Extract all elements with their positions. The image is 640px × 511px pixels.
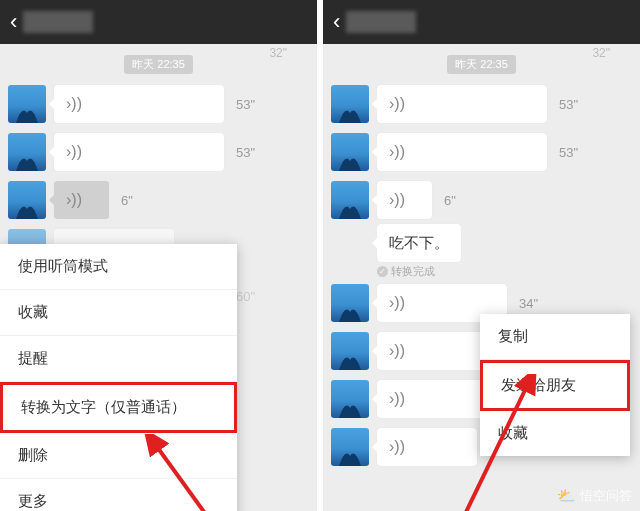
voice-duration: 34" [519,296,538,311]
text-context-menu: 复制 发送给朋友 收藏 [480,314,630,456]
voice-icon: ›)) [389,438,405,456]
phone-right: ‹ 32" 昨天 22:35 ›)) 53" ›)) 53" ›)) 6" [323,0,640,511]
avatar[interactable] [331,332,369,370]
voice-duration: 60" [236,289,255,304]
voice-msg[interactable]: ›)) 53" [323,80,640,128]
avatar[interactable] [331,284,369,322]
voice-duration: 53" [236,145,255,160]
timestamp: 昨天 22:35 [124,55,193,74]
convert-status: 转换完成 [377,264,640,279]
menu-delete[interactable]: 删除 [0,433,237,479]
menu-send-to-friend[interactable]: 发送给朋友 [480,360,630,411]
menu-favorite[interactable]: 收藏 [0,290,237,336]
converted-text-bubble[interactable]: 吃不下。 [377,224,461,262]
phone-left: ‹ 32" 昨天 22:35 ›)) 53" ›)) 53" ›)) 6" [0,0,317,511]
voice-bubble[interactable]: ›)) [377,181,432,219]
voice-icon: ›)) [389,143,405,161]
voice-icon: ›)) [66,143,82,161]
voice-bubble[interactable]: ›)) [377,85,547,123]
watermark-text: 悟空问答 [580,487,632,505]
voice-icon: ›)) [389,191,405,209]
voice-icon: ›)) [389,294,405,312]
prev-duration: 32" [269,46,287,60]
voice-bubble[interactable]: ›)) [54,85,224,123]
avatar[interactable] [8,181,46,219]
header-avatar-blur [23,11,93,33]
avatar[interactable] [331,85,369,123]
screenshot-pair: ‹ 32" 昨天 22:35 ›)) 53" ›)) 53" ›)) 6" [0,0,640,511]
avatar[interactable] [8,85,46,123]
prev-duration: 32" [592,46,610,60]
voice-bubble[interactable]: ›)) [377,133,547,171]
voice-bubble[interactable]: ›)) [54,133,224,171]
chat-header: ‹ [0,0,317,44]
watermark: ⛅ 悟空问答 [557,487,632,505]
chat-body-left: 32" 昨天 22:35 ›)) 53" ›)) 53" ›)) 6" [0,44,317,511]
menu-convert-to-text[interactable]: 转换为文字（仅普通话） [0,382,237,433]
back-icon[interactable]: ‹ [333,9,340,35]
avatar[interactable] [331,181,369,219]
avatar[interactable] [331,380,369,418]
voice-icon: ›)) [66,95,82,113]
voice-icon: ›)) [389,95,405,113]
voice-bubble-selected[interactable]: ›)) [54,181,109,219]
voice-duration: 6" [444,193,456,208]
converted-text-row: 吃不下。 [323,224,640,262]
menu-more[interactable]: 更多 [0,479,237,511]
voice-bubble[interactable]: ›)) [377,428,477,466]
avatar[interactable] [331,133,369,171]
voice-duration: 6" [121,193,133,208]
timestamp: 昨天 22:35 [447,55,516,74]
voice-msg[interactable]: ›)) 6" [323,176,640,224]
voice-duration: 53" [559,97,578,112]
voice-duration: 53" [559,145,578,160]
watermark-icon: ⛅ [557,487,576,505]
avatar[interactable] [8,133,46,171]
back-icon[interactable]: ‹ [10,9,17,35]
voice-duration: 53" [236,97,255,112]
voice-msg-selected[interactable]: ›)) 6" [0,176,317,224]
menu-favorite[interactable]: 收藏 [480,411,630,456]
menu-remind[interactable]: 提醒 [0,336,237,382]
voice-icon: ›)) [389,390,405,408]
menu-earpiece-mode[interactable]: 使用听筒模式 [0,244,237,290]
avatar[interactable] [331,428,369,466]
menu-copy[interactable]: 复制 [480,314,630,360]
voice-context-menu: 使用听筒模式 收藏 提醒 转换为文字（仅普通话） 删除 更多 [0,244,237,511]
voice-msg[interactable]: ›)) 53" [0,128,317,176]
chat-body-right: 32" 昨天 22:35 ›)) 53" ›)) 53" ›)) 6" [323,44,640,511]
header-avatar-blur [346,11,416,33]
voice-msg[interactable]: ›)) 53" [323,128,640,176]
chat-header: ‹ [323,0,640,44]
voice-msg[interactable]: ›)) 53" [0,80,317,128]
voice-icon: ›)) [66,191,82,209]
voice-icon: ›)) [389,342,405,360]
